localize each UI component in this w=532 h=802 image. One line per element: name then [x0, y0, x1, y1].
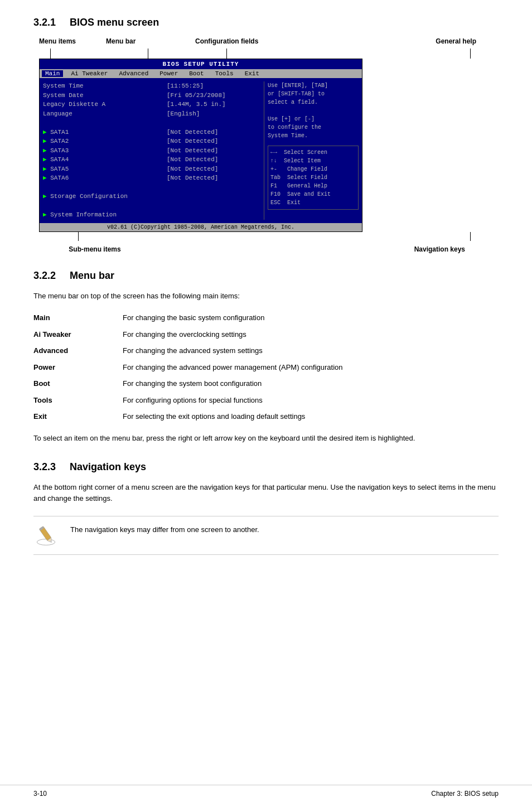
- menubar-row-main: Main For changing the basic system confi…: [33, 310, 499, 326]
- bios-nav-change-field: +- Change Field: [270, 165, 356, 173]
- bios-nav-esc: ESC Exit: [270, 199, 356, 207]
- label-menu-bar: Menu bar: [106, 37, 195, 45]
- bios-nav-f10: F10 Save and Exit: [270, 190, 356, 199]
- label-menu-items: Menu items: [39, 37, 106, 45]
- bios-item-language: Language: [43, 109, 163, 119]
- section-321-number: 3.2.1: [33, 17, 56, 28]
- bios-help-line3: select a field.: [268, 98, 359, 107]
- label-config-fields: Configuration fields: [195, 37, 318, 45]
- note-box: The navigation keys may differ from one …: [33, 516, 499, 555]
- bios-val-time: [11:55:25]: [167, 81, 264, 91]
- bios-help-line4: Use [+] or [-]: [268, 115, 359, 123]
- section-321-heading: 3.2.1 BIOS menu screen: [33, 17, 499, 28]
- section-322: 3.2.2 Menu bar The menu bar on top of th…: [33, 270, 499, 445]
- bios-screen: BIOS SETUP UTILITY Main Ai Tweaker Advan…: [39, 59, 362, 232]
- section-323-number: 3.2.3: [33, 461, 56, 472]
- menubar-item-tools-name: Tools: [33, 392, 123, 409]
- menubar-row-exit: Exit For selecting the exit options and …: [33, 408, 499, 425]
- menubar-item-exit-name: Exit: [33, 408, 123, 425]
- bios-menu-exit: Exit: [241, 70, 263, 77]
- menubar-row-power: Power For changing the advanced power ma…: [33, 359, 499, 376]
- bios-nav-select-field: Tab Select Field: [270, 173, 356, 182]
- bios-menu-tools: Tools: [212, 70, 237, 77]
- footer-chapter: Chapter 3: BIOS setup: [431, 790, 499, 798]
- bios-val-sata4: [Not Detected]: [167, 155, 264, 165]
- bios-item-sata1: ▶ SATA1: [43, 128, 163, 137]
- bios-center-panel: [11:55:25] [Fri 05/23/2008] [1.44M, 3.5 …: [163, 81, 264, 220]
- diagram-bottom-labels: Sub-menu items Navigation keys: [33, 245, 499, 253]
- bios-item-system-info: ▶ System Information: [43, 210, 163, 220]
- note-icon: [33, 522, 61, 549]
- pencil-icon: [33, 522, 59, 547]
- bios-item-sata5: ▶ SATA5: [43, 165, 163, 174]
- bios-menu-power: Power: [156, 70, 181, 77]
- menubar-item-advanced-desc: For changing the advanced system setting…: [123, 342, 499, 359]
- bios-help-line6: System Time.: [268, 132, 359, 140]
- bios-help-line1: Use [ENTER], [TAB]: [268, 81, 359, 90]
- bios-item-system-time: System Time: [43, 81, 163, 91]
- bios-menu-main: Main: [42, 70, 63, 77]
- bios-title: BIOS SETUP UTILITY: [40, 59, 362, 69]
- bios-help-line2: or [SHIFT-TAB] to: [268, 90, 359, 98]
- menubar-item-exit-desc: For selecting the exit options and loadi…: [123, 408, 499, 425]
- bios-footer: v02.61 (C)Copyright 1985-2008, American …: [40, 223, 362, 231]
- bios-right-panel: Use [ENTER], [TAB] or [SHIFT-TAB] to sel…: [264, 81, 359, 220]
- menubar-row-ai-tweaker: Ai Tweaker For changing the overclocking…: [33, 326, 499, 343]
- section-322-heading: 3.2.2 Menu bar: [33, 270, 499, 282]
- bios-val-sata1: [Not Detected]: [167, 128, 264, 137]
- section-323: 3.2.3 Navigation keys At the bottom righ…: [33, 461, 499, 555]
- menubar-item-boot-desc: For changing the system boot configurati…: [123, 375, 499, 392]
- bios-nav-select-item: ↑↓ Select Item: [270, 157, 356, 165]
- menubar-item-ai-tweaker-desc: For changing the overclocking settings: [123, 326, 499, 343]
- bios-menu-boot: Boot: [186, 70, 207, 77]
- section-321-title: BIOS menu screen: [70, 17, 159, 28]
- bios-help-line5: to configure the: [268, 123, 359, 132]
- menubar-row-boot: Boot For changing the system boot config…: [33, 375, 499, 392]
- menubar-item-boot-name: Boot: [33, 375, 123, 392]
- section-323-title: Navigation keys: [70, 461, 146, 472]
- menubar-item-power-desc: For changing the advanced power manageme…: [123, 359, 499, 376]
- label-submenu: Sub-menu items: [39, 245, 151, 253]
- label-general-help: General help: [436, 37, 476, 45]
- footer-page-number: 3-10: [33, 790, 47, 798]
- bios-menu-ai-tweaker: Ai Tweaker: [67, 70, 111, 77]
- bios-diagram: Menu items Menu bar Configuration fields…: [33, 37, 499, 253]
- bios-val-diskette: [1.44M, 3.5 in.]: [167, 100, 264, 109]
- menubar-footer-text: To select an item on the menu bar, press…: [33, 433, 499, 445]
- section-322-number: 3.2.2: [33, 270, 56, 281]
- bios-val-sata3: [Not Detected]: [167, 146, 264, 156]
- bios-item-system-date: System Date: [43, 91, 163, 100]
- bios-val-date: [Fri 05/23/2008]: [167, 91, 264, 100]
- bios-item-sata3: ▶ SATA3: [43, 146, 163, 156]
- bios-menubar: Main Ai Tweaker Advanced Power Boot Tool…: [40, 69, 362, 78]
- menubar-item-power-name: Power: [33, 359, 123, 376]
- bios-item-sata6: ▶ SATA6: [43, 173, 163, 183]
- bios-menu-advanced: Advanced: [115, 70, 152, 77]
- section-322-title: Menu bar: [70, 270, 114, 281]
- section-323-heading: 3.2.3 Navigation keys: [33, 461, 499, 473]
- note-text: The navigation keys may differ from one …: [70, 522, 259, 536]
- menubar-table: Main For changing the basic system confi…: [33, 310, 499, 425]
- menubar-item-tools-desc: For configuring options for special func…: [123, 392, 499, 409]
- diagram-top-labels: Menu items Menu bar Configuration fields…: [33, 37, 499, 45]
- svg-point-0: [37, 539, 55, 545]
- menubar-row-advanced: Advanced For changing the advanced syste…: [33, 342, 499, 359]
- bios-val-sata2: [Not Detected]: [167, 137, 264, 146]
- menubar-intro: The menu bar on top of the screen has th…: [33, 291, 499, 302]
- bios-nav-f1: F1 General Help: [270, 182, 356, 190]
- bios-val-sata5: [Not Detected]: [167, 165, 264, 174]
- bios-nav-keys: ←→ Select Screen ↑↓ Select Item +- Chang…: [268, 146, 359, 210]
- bios-item-sata2: ▶ SATA2: [43, 137, 163, 146]
- menubar-item-ai-tweaker-name: Ai Tweaker: [33, 326, 123, 343]
- bios-val-sata6: [Not Detected]: [167, 173, 264, 183]
- bios-item-storage-config: ▶ Storage Configuration: [43, 192, 163, 201]
- label-navkeys: Navigation keys: [414, 245, 465, 253]
- menubar-item-main-desc: For changing the basic system configurat…: [123, 310, 499, 326]
- menubar-row-tools: Tools For configuring options for specia…: [33, 392, 499, 409]
- navkeys-intro: At the bottom right corner of a menu scr…: [33, 482, 499, 505]
- bios-val-language: [English]: [167, 109, 264, 119]
- menubar-item-main-name: Main: [33, 310, 123, 326]
- bios-content: System Time System Date Legacy Diskette …: [40, 78, 362, 223]
- menubar-item-advanced-name: Advanced: [33, 342, 123, 359]
- bios-nav-select-screen: ←→ Select Screen: [270, 148, 356, 157]
